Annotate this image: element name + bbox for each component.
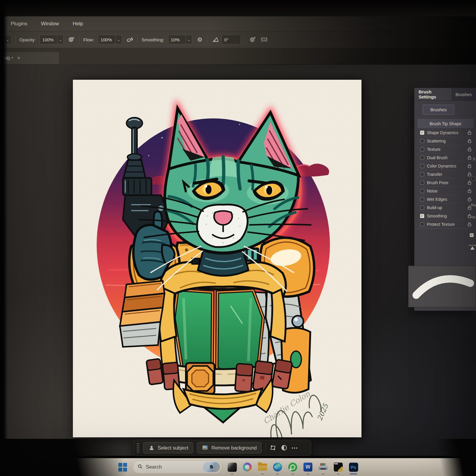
tab-brushes[interactable]: Brushes [451,88,476,101]
lock-icon[interactable] [467,222,472,226]
lock-icon[interactable] [467,155,472,160]
setting-scattering[interactable]: Scattering [417,137,474,145]
close-icon[interactable]: × [17,55,21,61]
clipped-slider-track[interactable] [469,245,476,246]
setting-shape-dynamics[interactable]: ✓ Shape Dynamics [417,129,474,137]
taskbar-app-photoshop[interactable]: Ps [348,462,358,472]
document-tab-title: 8/8) * [2,56,13,61]
taskbar-app-edge[interactable] [273,462,283,472]
brush-settings-list: Brush Tip Shape ✓ Shape Dynamics Scatter… [417,119,474,228]
setting-wet-edges[interactable]: Wet Edges [417,195,474,203]
lock-icon[interactable] [467,130,472,135]
tab-brush-settings[interactable]: Brush Settings [414,88,451,101]
lock-icon[interactable] [467,180,472,185]
flow-input[interactable]: 100% ⌄ [98,35,122,44]
monitor-bezel [0,0,476,16]
checkbox[interactable] [420,139,424,143]
artwork-canvas[interactable]: Charlie Colon 2025 [73,80,361,437]
setting-smoothing[interactable]: ✓ Smoothing [417,212,474,220]
checkbox[interactable] [420,189,424,193]
angle-input[interactable]: 0° [222,35,241,44]
checkbox[interactable]: ✓ [420,214,424,218]
setting-texture[interactable]: Texture [417,145,474,154]
whatsapp-icon [288,463,297,472]
gear-icon[interactable]: ⚙ [196,36,204,43]
opacity-input[interactable]: 100% ⌄ [40,35,64,44]
start-button[interactable] [118,462,128,472]
clipped-text-fragment: Re [471,203,476,207]
checkbox[interactable]: ✓ [420,131,424,135]
clipped-checkbox[interactable] [472,177,475,181]
signature-year: 2025 [316,402,330,422]
checkbox[interactable] [420,181,424,185]
setting-noise[interactable]: Noise [417,187,474,195]
transform-icon[interactable] [270,444,277,451]
checkbox[interactable] [420,147,424,151]
clipped-checkbox-checked[interactable]: ✓ [470,233,474,237]
lock-icon[interactable] [467,189,472,193]
menu-plugins[interactable]: Plugins [11,21,27,27]
brushes-button[interactable]: Brushes [423,105,454,115]
airbrush-flow-icon[interactable] [126,36,134,43]
chevron-down-icon: ⌄ [6,37,9,42]
setting-transfer[interactable]: Transfer [417,170,474,178]
menu-bar: Plugins Window Help [0,16,476,31]
contextual-task-bar: Select subject Remove background [133,440,311,456]
checkbox[interactable] [420,164,424,168]
printer-icon [319,463,328,471]
copilot-icon [243,463,252,472]
checkbox[interactable] [420,156,424,160]
brush-preset-picker[interactable]: ⌄ [0,35,11,44]
chevron-down-icon[interactable]: ⌄ [186,35,192,44]
more-options-icon[interactable]: ••• [292,445,298,450]
smoothing-label: Smoothing: [142,37,164,42]
setting-color-dynamics[interactable]: Color Dynamics [417,162,474,170]
airbrush-opacity-pressure-icon[interactable] [68,36,75,43]
adjustments-contrast-icon[interactable] [281,444,288,451]
lock-icon[interactable] [467,197,472,201]
menu-help[interactable]: Help [73,21,83,27]
lock-icon[interactable] [467,139,472,143]
taskbar-app-photo-editor[interactable] [333,462,343,472]
setting-protect-texture[interactable]: Protect Texture [417,220,474,228]
photos-app-icon [228,463,237,472]
photoshop-screen: Plugins Window Help ⌄ Opacity: 100% ⌄ Fl… [0,0,476,476]
smoothing-input[interactable]: 10% ⌄ [168,35,192,44]
drag-handle[interactable] [137,443,139,453]
menu-window[interactable]: Window [41,21,59,27]
canvas-workspace[interactable]: Charlie Colon 2025 [0,64,476,456]
taskbar-app-word[interactable]: W [303,462,313,472]
checkbox[interactable] [420,206,424,210]
chevron-down-icon[interactable]: ⌄ [115,35,122,44]
select-subject-button[interactable]: Select subject [143,442,193,453]
image-icon [202,444,209,451]
document-tab-bar: 8/8) * × [0,48,476,64]
taskbar-app-copilot[interactable] [242,462,252,472]
lock-icon[interactable] [467,147,472,151]
paint-symmetry-butterfly-icon[interactable] [260,36,268,43]
edge-icon [273,463,282,472]
document-tab[interactable]: 8/8) * × [0,52,60,64]
setting-dual-brush[interactable]: Dual Brush [417,154,474,162]
brush-tip-shape-row[interactable]: Brush Tip Shape [417,119,474,129]
taskbar-app-file-explorer[interactable] [257,462,267,472]
checkbox[interactable] [420,197,424,201]
photoshop-icon: Ps [349,463,358,472]
taskbar-app-photos-dark[interactable] [227,462,237,472]
flow-label: Flow: [83,37,94,42]
tablet-pressure-icon[interactable] [249,36,256,43]
setting-brush-pose[interactable]: Brush Pose [417,178,474,187]
checkbox[interactable] [420,172,424,176]
taskbar-app-printer[interactable] [318,462,328,472]
checkbox[interactable] [420,222,424,226]
taskbar-search[interactable]: Search [133,461,222,474]
lock-icon[interactable] [467,164,472,168]
remove-background-button[interactable]: Remove background [197,442,262,453]
setting-build-up[interactable]: Build-up [417,203,474,212]
taskbar-app-whatsapp[interactable] [288,462,298,472]
clipped-slider-thumb[interactable] [470,246,475,250]
person-icon [148,444,155,451]
chevron-down-icon[interactable]: ⌄ [57,35,63,44]
lock-icon[interactable] [467,172,472,176]
search-highlight-image[interactable] [203,462,220,472]
